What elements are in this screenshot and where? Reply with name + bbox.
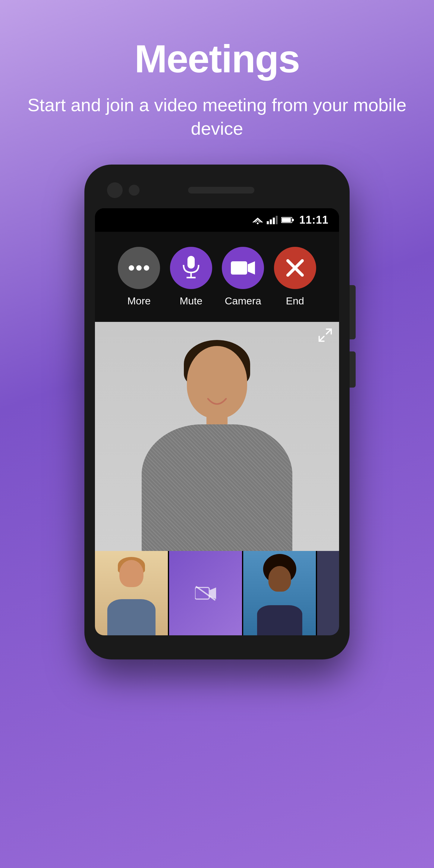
- camera-icon: [231, 259, 255, 277]
- phone-mockup: 11:11 More: [84, 164, 350, 659]
- page-title: Meetings: [0, 36, 434, 82]
- svg-rect-16: [231, 261, 247, 275]
- svg-point-11: [136, 265, 142, 271]
- svg-rect-5: [273, 218, 275, 224]
- main-video-feed: [95, 322, 339, 551]
- front-camera: [107, 182, 123, 198]
- end-call-button[interactable]: [274, 247, 316, 289]
- svg-line-21: [319, 336, 324, 341]
- phone-speaker: [188, 187, 254, 193]
- phone-body: 11:11 More: [84, 164, 350, 659]
- thumbnail-2[interactable]: [169, 551, 242, 635]
- status-bar: 11:11: [95, 208, 339, 232]
- mute-button[interactable]: [170, 247, 212, 289]
- thumb1-head: [119, 560, 144, 587]
- thumb3-body: [257, 605, 302, 635]
- more-button[interactable]: [118, 247, 160, 289]
- camera-button[interactable]: [222, 247, 264, 289]
- thumbnail-3[interactable]: [243, 551, 316, 635]
- status-time: 11:11: [299, 214, 329, 226]
- phone-side-button: [350, 285, 355, 339]
- camera-off-icon: [195, 585, 216, 601]
- phone-top-bar: [95, 180, 339, 201]
- svg-rect-13: [187, 256, 195, 269]
- status-icons: [252, 216, 294, 224]
- svg-point-12: [144, 265, 149, 271]
- page-subtitle: Start and join a video meeting from your…: [0, 93, 434, 141]
- more-button-wrap: More: [118, 247, 160, 307]
- phone-camera-area: [107, 182, 140, 198]
- wifi-icon: [252, 216, 263, 224]
- svg-rect-9: [292, 219, 294, 221]
- svg-rect-8: [282, 218, 291, 222]
- call-controls: More Mute: [95, 232, 339, 322]
- signal-icon: [267, 216, 278, 224]
- microphone-icon: [182, 256, 200, 280]
- end-call-icon: [285, 258, 305, 278]
- more-dots-icon: [128, 265, 150, 271]
- camera-button-wrap: Camera: [222, 247, 264, 307]
- svg-rect-23: [195, 587, 209, 599]
- thumbnail-1[interactable]: [95, 551, 168, 635]
- camera-label: Camera: [225, 295, 261, 307]
- expand-button[interactable]: [318, 328, 333, 343]
- svg-rect-3: [267, 221, 269, 224]
- end-label: End: [286, 295, 304, 307]
- person-body: [142, 424, 292, 551]
- thumb3-feed: [243, 551, 316, 635]
- svg-point-2: [257, 222, 258, 224]
- phone-side-button2: [350, 351, 355, 388]
- svg-marker-17: [248, 261, 255, 275]
- mute-button-wrap: Mute: [170, 247, 212, 307]
- thumb1-body: [107, 599, 156, 635]
- person-face: [187, 346, 247, 418]
- mute-label: Mute: [180, 295, 203, 307]
- thumb2-camera-off: [169, 551, 242, 635]
- thumbnail-strip: [95, 551, 339, 635]
- thumbnail-4[interactable]: [317, 551, 339, 635]
- svg-line-20: [327, 329, 331, 334]
- thumb3-head: [268, 566, 291, 592]
- more-label: More: [127, 295, 151, 307]
- end-button-wrap: End: [274, 247, 316, 307]
- header-section: Meetings Start and join a video meeting …: [0, 0, 434, 164]
- svg-rect-4: [270, 219, 272, 224]
- main-video: [95, 322, 339, 551]
- battery-icon: [281, 217, 294, 223]
- expand-icon: [318, 328, 333, 342]
- smile-icon: [205, 397, 229, 409]
- svg-point-10: [129, 265, 134, 271]
- proximity-sensor: [129, 185, 140, 195]
- svg-rect-6: [276, 216, 278, 224]
- phone-screen: 11:11 More: [95, 208, 339, 635]
